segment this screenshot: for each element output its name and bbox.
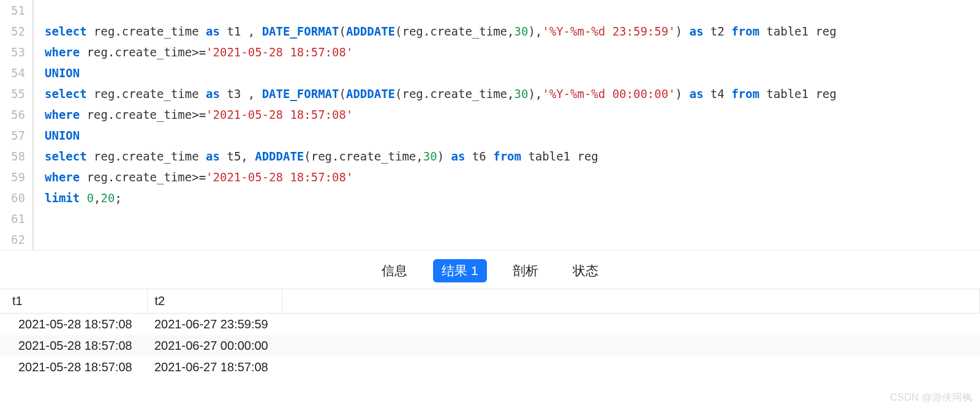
line-number: 58 — [0, 146, 25, 167]
code-line[interactable]: UNION — [45, 125, 837, 146]
code-line[interactable]: where reg.create_time>='2021-05-28 18:57… — [45, 42, 837, 62]
table-cell[interactable]: 2021-06-27 23:59:59 — [147, 314, 282, 336]
result-tabs: 信息结果 1剖析状态 — [0, 251, 980, 289]
table-row[interactable]: 2021-05-28 18:57:082021-06-27 23:59:59 — [0, 314, 980, 336]
code-line[interactable] — [45, 208, 837, 229]
line-number: 52 — [0, 21, 25, 42]
results-table[interactable]: t1t2 2021-05-28 18:57:082021-06-27 23:59… — [0, 289, 980, 378]
line-number: 62 — [0, 229, 25, 250]
line-number: 55 — [0, 83, 25, 104]
table-row[interactable]: 2021-05-28 18:57:082021-06-27 00:00:00 — [0, 335, 980, 357]
code-line[interactable] — [45, 229, 837, 250]
tab-信息[interactable]: 信息 — [373, 259, 416, 282]
code-line[interactable]: select reg.create_time as t1 , DATE_FORM… — [45, 21, 837, 42]
column-header[interactable]: t1 — [0, 289, 147, 314]
code-line[interactable]: select reg.create_time as t5, ADDDATE(re… — [45, 146, 837, 167]
table-row[interactable]: 2021-05-28 18:57:082021-06-27 18:57:08 — [0, 357, 980, 378]
tab-结果 1[interactable]: 结果 1 — [433, 259, 487, 282]
line-number: 60 — [0, 187, 25, 208]
table-cell[interactable]: 2021-06-27 00:00:00 — [147, 335, 282, 357]
line-number: 54 — [0, 62, 25, 83]
code-line[interactable]: where reg.create_time>='2021-05-28 18:57… — [45, 167, 837, 187]
code-line[interactable]: select reg.create_time as t3 , DATE_FORM… — [45, 83, 837, 104]
line-number: 56 — [0, 104, 25, 125]
watermark: CSDN @游侠阿枫 — [890, 391, 973, 404]
line-number: 53 — [0, 42, 25, 62]
code-line[interactable] — [45, 0, 837, 21]
sql-editor[interactable]: 515253545556575859606162 select reg.crea… — [0, 0, 980, 251]
column-header[interactable]: t2 — [147, 289, 282, 314]
line-number: 51 — [0, 0, 25, 21]
line-number: 59 — [0, 167, 25, 187]
line-number: 57 — [0, 125, 25, 146]
results-header-row: t1t2 — [0, 289, 980, 314]
table-cell[interactable]: 2021-06-27 18:57:08 — [147, 357, 282, 378]
line-number: 61 — [0, 208, 25, 229]
line-gutter: 515253545556575859606162 — [0, 0, 34, 250]
code-line[interactable]: where reg.create_time>='2021-05-28 18:57… — [45, 104, 837, 125]
table-cell[interactable]: 2021-05-28 18:57:08 — [0, 357, 147, 378]
code-line[interactable]: limit 0,20; — [45, 187, 837, 208]
code-area[interactable]: select reg.create_time as t1 , DATE_FORM… — [34, 0, 837, 250]
table-cell[interactable]: 2021-05-28 18:57:08 — [0, 335, 147, 357]
column-header-spacer — [282, 289, 980, 314]
tab-状态[interactable]: 状态 — [564, 259, 607, 282]
table-cell[interactable]: 2021-05-28 18:57:08 — [0, 314, 147, 336]
tab-剖析[interactable]: 剖析 — [504, 259, 547, 282]
results-panel: t1t2 2021-05-28 18:57:082021-06-27 23:59… — [0, 289, 980, 378]
code-line[interactable]: UNION — [45, 62, 837, 83]
